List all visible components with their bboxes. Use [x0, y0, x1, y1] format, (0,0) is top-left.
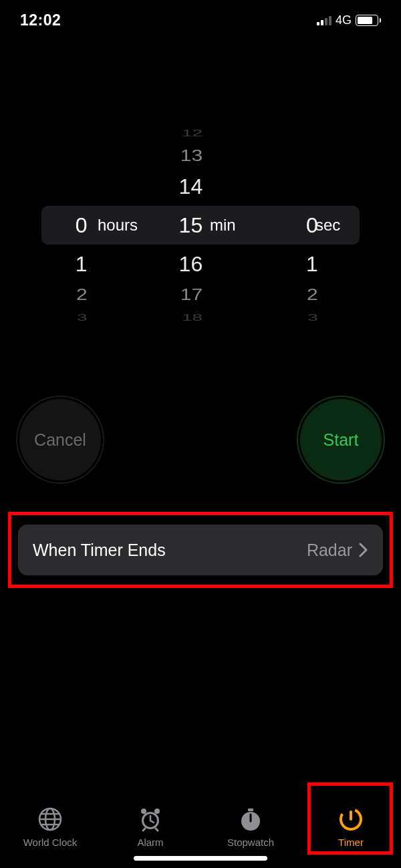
picker-option: 2	[253, 279, 360, 310]
minutes-unit-label: min	[210, 206, 236, 245]
picker-option: 3	[253, 308, 360, 327]
start-button[interactable]: Start	[298, 397, 384, 482]
when-timer-ends-row[interactable]: When Timer Ends Radar	[18, 525, 383, 575]
picker-option: 2	[41, 279, 148, 310]
minutes-value: 15	[148, 206, 254, 245]
picker-option: 1	[41, 245, 148, 283]
chevron-right-icon	[359, 543, 368, 557]
tab-world-clock[interactable]: World Clock	[0, 782, 100, 848]
hours-unit-label: hours	[98, 206, 138, 245]
picker-option: 14	[148, 168, 254, 205]
highlight-box-timer-tab	[307, 782, 393, 855]
picker-option: 3	[41, 308, 148, 327]
network-label: 4G	[336, 13, 352, 27]
when-timer-ends-value: Radar	[307, 541, 352, 560]
svg-point-9	[141, 809, 146, 814]
stopwatch-icon	[237, 806, 264, 833]
picker-option: 17	[148, 279, 254, 310]
tab-alarm[interactable]: Alarm	[100, 782, 200, 848]
tab-stopwatch[interactable]: Stopwatch	[200, 782, 301, 848]
cellular-signal-icon	[317, 15, 331, 25]
when-timer-ends-label: When Timer Ends	[33, 541, 166, 560]
picker-option: 18	[148, 308, 254, 327]
globe-icon	[37, 806, 63, 833]
cancel-button[interactable]: Cancel	[17, 397, 103, 482]
status-time: 12:02	[20, 11, 61, 29]
svg-point-10	[154, 809, 160, 814]
seconds-unit-label: sec	[315, 206, 340, 245]
picker-option: 1	[253, 245, 360, 283]
minutes-wheel[interactable]: 12 13 14 15 16 17 18	[148, 80, 254, 361]
svg-line-11	[143, 829, 145, 831]
alarm-clock-icon	[137, 806, 164, 833]
seconds-wheel[interactable]: 0 1 2 3	[253, 80, 360, 361]
home-indicator[interactable]	[134, 856, 267, 861]
seconds-value: 0	[253, 206, 360, 245]
tab-label: World Clock	[23, 837, 78, 848]
tab-bar: World Clock Alarm Stopwatch Timer	[0, 782, 401, 868]
battery-icon	[356, 15, 381, 26]
svg-rect-15	[248, 809, 253, 811]
duration-picker[interactable]: 0 1 2 3 12 13 14 15 16 17 18 0 1 2 3 hou…	[0, 80, 401, 361]
status-bar: 12:02 4G	[0, 0, 401, 40]
picker-option: 13	[148, 140, 254, 171]
highlight-box-ends-row: When Timer Ends Radar	[8, 512, 393, 588]
start-button-label: Start	[323, 430, 359, 450]
cancel-button-label: Cancel	[34, 430, 86, 450]
picker-option: 16	[148, 245, 254, 283]
tab-label: Stopwatch	[227, 837, 274, 848]
svg-line-12	[156, 829, 158, 831]
tab-label: Alarm	[137, 837, 163, 848]
status-indicators: 4G	[317, 13, 381, 27]
